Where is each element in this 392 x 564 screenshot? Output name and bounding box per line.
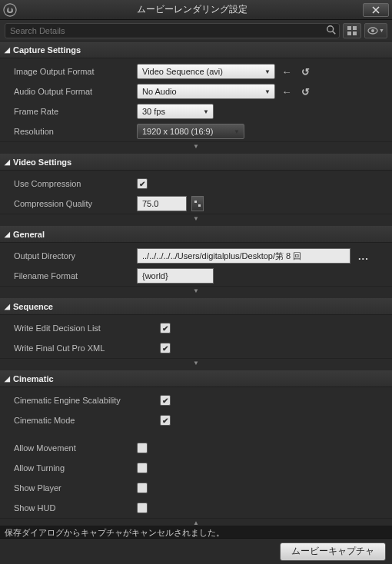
filename-format-input[interactable] [137, 268, 214, 284]
search-icon[interactable] [324, 25, 338, 37]
chevron-down-icon: ▼ [193, 360, 199, 367]
section-capture-settings[interactable]: ◢ Capture Settings [0, 41, 392, 58]
svg-rect-3 [347, 26, 351, 30]
label-resolution: Resolution [14, 127, 137, 136]
svg-point-8 [371, 29, 374, 32]
collapse-icon: ◢ [5, 375, 10, 383]
visibility-button[interactable]: ▼ [364, 23, 387, 38]
expand-indicator[interactable]: ▼ [0, 286, 392, 295]
frame-rate-dropdown[interactable]: 30 fps [137, 104, 214, 119]
label-write-fcp: Write Final Cut Pro XML [14, 343, 160, 353]
label-image-output-format: Image Output Format [14, 67, 137, 76]
label-engine-scalability: Cinematic Engine Scalability [14, 396, 160, 405]
movie-capture-button[interactable]: ムービーキャプチャ [280, 542, 386, 561]
svg-line-2 [333, 31, 336, 34]
allow-turning-checkbox[interactable] [137, 463, 148, 473]
expand-indicator[interactable]: ▼ [0, 214, 392, 223]
label-allow-turning: Allow Turning [14, 463, 137, 473]
label-use-compression: Use Compression [14, 179, 137, 188]
collapse-icon: ◢ [5, 303, 10, 310]
footer: ムービーキャプチャ [0, 538, 392, 564]
label-write-edl: Write Edit Decision List [14, 323, 160, 333]
audio-output-format-dropdown[interactable]: No Audio [137, 84, 275, 99]
collapse-icon: ◢ [5, 46, 10, 54]
search-input[interactable] [5, 23, 340, 38]
image-output-format-dropdown[interactable]: Video Sequence (avi) [137, 64, 275, 79]
unreal-logo-icon [3, 3, 17, 17]
reset-icon[interactable]: ↺ [298, 85, 312, 98]
label-show-hud: Show HUD [14, 503, 137, 513]
label-audio-output-format: Audio Output Format [14, 87, 137, 96]
chevron-down-icon: ▼ [193, 143, 199, 150]
label-compression-quality: Compression Quality [14, 199, 137, 208]
svg-point-1 [327, 25, 334, 32]
section-title: Capture Settings [13, 45, 81, 55]
allow-movement-checkbox[interactable] [137, 443, 148, 453]
resolution-dropdown[interactable]: 1920 x 1080 (16:9) [137, 124, 244, 139]
section-cinematic[interactable]: ◢ Cinematic [0, 370, 392, 387]
use-compression-checkbox[interactable] [137, 178, 148, 189]
write-edl-checkbox[interactable] [160, 323, 171, 333]
close-button[interactable] [363, 3, 389, 17]
svg-rect-10 [198, 204, 201, 207]
label-allow-movement: Allow Movement [14, 443, 137, 453]
svg-rect-5 [347, 32, 351, 35]
cinematic-mode-checkbox[interactable] [160, 415, 171, 426]
label-filename-format: Filename Format [14, 271, 137, 280]
chevron-down-icon: ▼ [193, 287, 199, 294]
output-directory-input[interactable] [137, 248, 350, 264]
svg-rect-4 [353, 26, 357, 30]
write-fcp-checkbox[interactable] [160, 343, 171, 353]
section-general[interactable]: ◢ General [0, 226, 392, 243]
expand-indicator[interactable]: ▼ [0, 358, 392, 367]
section-video-settings[interactable]: ◢ Video Settings [0, 154, 392, 171]
section-title: Sequence [13, 302, 53, 311]
section-sequence[interactable]: ◢ Sequence [0, 298, 392, 315]
svg-point-0 [4, 3, 16, 15]
window-title: ムービーレンダリング設定 [22, 3, 363, 16]
label-frame-rate: Frame Rate [14, 107, 137, 116]
label-cinematic-mode: Cinematic Mode [14, 416, 160, 425]
back-arrow-icon[interactable]: ← [280, 85, 294, 98]
collapse-icon: ◢ [5, 231, 10, 238]
show-hud-checkbox[interactable] [137, 503, 148, 513]
toolbar: ▼ [0, 20, 392, 41]
chevron-down-icon: ▼ [193, 215, 199, 222]
label-output-directory: Output Directory [14, 251, 137, 260]
titlebar: ムービーレンダリング設定 [0, 0, 392, 20]
show-player-checkbox[interactable] [137, 483, 148, 493]
section-title: Cinematic [13, 374, 54, 383]
spinner-button[interactable] [191, 196, 204, 211]
search-wrap [5, 23, 340, 38]
svg-rect-9 [194, 201, 197, 203]
engine-scalability-checkbox[interactable] [160, 395, 171, 406]
grid-view-button[interactable] [343, 23, 361, 38]
collapse-icon: ◢ [5, 158, 10, 166]
expand-indicator[interactable]: ▼ [0, 141, 392, 151]
reset-icon[interactable]: ↺ [298, 65, 312, 78]
label-show-player: Show Player [14, 483, 137, 493]
section-title: General [13, 230, 45, 239]
svg-rect-6 [353, 32, 357, 35]
back-arrow-icon[interactable]: ← [280, 65, 294, 78]
compression-quality-input[interactable] [137, 196, 187, 211]
section-title: Video Settings [13, 158, 71, 167]
browse-button[interactable]: ... [355, 250, 372, 262]
settings-panel: ◢ Capture Settings Image Output Format V… [0, 41, 392, 532]
